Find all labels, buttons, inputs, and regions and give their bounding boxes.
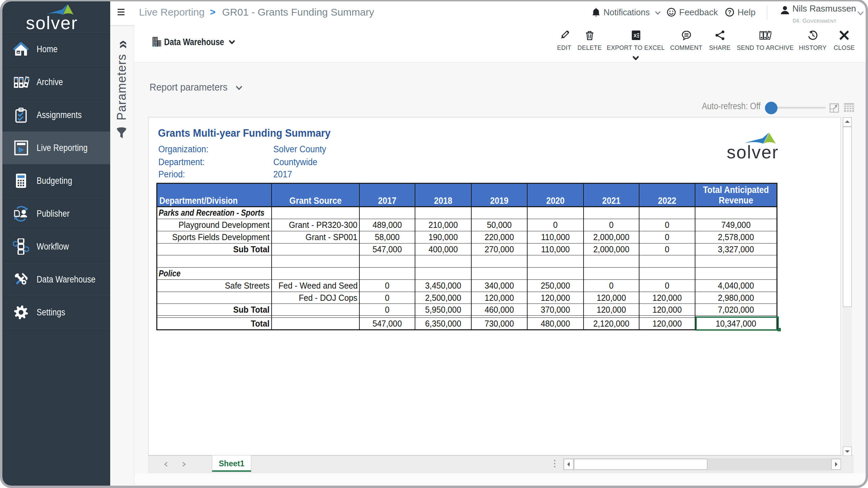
svg-text:X: X: [633, 33, 637, 38]
svg-text:?: ?: [728, 9, 731, 15]
